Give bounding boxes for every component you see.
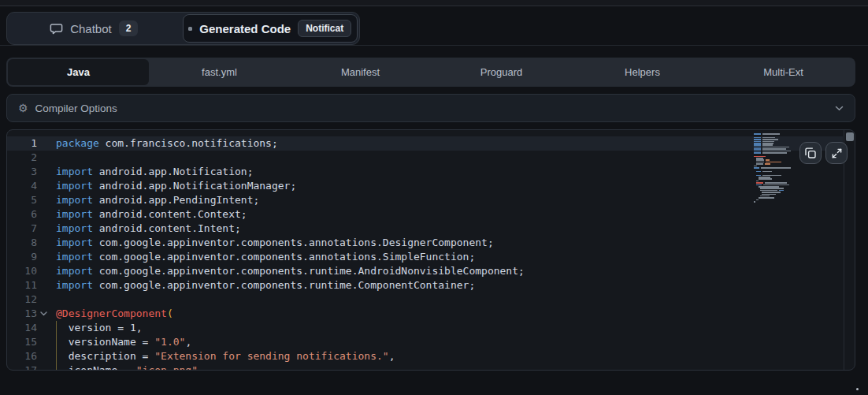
minimap-segment (762, 148, 786, 150)
code-editor: 1package com.francisco.notifications;23i… (6, 129, 855, 371)
minimap-segment (754, 201, 755, 203)
minimap-line (754, 156, 799, 158)
code-line: 6import android.content.Context; (7, 207, 843, 222)
code-line: 4import android.app.NotificationManager; (7, 179, 843, 193)
code-line: 11import com.google.appinventor.componen… (7, 278, 843, 293)
code-text: import com.google.appinventor.components… (50, 250, 475, 264)
extension-name-badge: Notificat (298, 20, 351, 37)
file-tab-java[interactable]: Java (8, 59, 149, 85)
minimap-segment (762, 171, 772, 173)
dot-icon (188, 27, 192, 31)
code-line: 2 (7, 151, 843, 165)
minimap-segment (766, 162, 781, 163)
code-text: description = "Extension for sending not… (50, 349, 395, 363)
minimap-segment (754, 167, 759, 169)
minimap-segment (762, 194, 776, 196)
minimap-segment (759, 186, 779, 188)
line-number: 15 (7, 335, 37, 349)
code-line: 8import com.google.appinventor.component… (7, 236, 843, 250)
file-tab-manifest[interactable]: Manifest (290, 59, 431, 85)
code-line: 12 (7, 293, 843, 307)
minimap-segment (756, 199, 759, 201)
code-line: 3import android.app.Notification; (7, 165, 843, 179)
code-line: 16 description = "Extension for sending … (7, 349, 843, 363)
minimap-segment (754, 143, 761, 144)
minimap-line (754, 186, 799, 188)
minimap-segment (756, 175, 761, 177)
expand-code-button[interactable] (825, 142, 848, 164)
minimap-segment (756, 158, 763, 159)
gutter-space (37, 321, 50, 335)
minimap-line (754, 194, 799, 196)
minimap-line (754, 197, 799, 199)
minimap-segment (766, 159, 770, 161)
file-tab-proguard[interactable]: Proguard (431, 59, 572, 85)
minimap-line (754, 169, 799, 170)
compiler-options-header[interactable]: ⚙ Compiler Options (6, 94, 855, 122)
line-number: 3 (7, 165, 37, 179)
scrollbar-thumb[interactable] (846, 132, 854, 141)
minimap-segment (760, 190, 777, 192)
fold-chevron-icon[interactable] (37, 307, 50, 321)
code-line: 13@DesignerComponent( (7, 307, 843, 321)
line-number: 4 (7, 179, 37, 193)
minimap-segment (762, 192, 781, 193)
minimap-segment (762, 175, 781, 177)
minimap-line (754, 177, 799, 178)
compiler-options-label: Compiler Options (35, 102, 117, 114)
tab-generated-code-label: Generated Code (199, 22, 291, 35)
stray-dot (856, 388, 859, 390)
code-minimap[interactable] (754, 133, 799, 204)
code-text: @DesignerComponent( (50, 307, 173, 321)
editor-scrollbar[interactable] (844, 130, 855, 370)
minimap-segment (754, 137, 761, 139)
minimap-line (754, 178, 799, 180)
chevron-down-icon[interactable] (835, 106, 844, 111)
header-tab-bar: Chatbot 2 Generated Code Notificat (6, 12, 360, 45)
minimap-segment (765, 163, 770, 165)
chat-bubble-icon (50, 22, 63, 35)
gutter-space (37, 293, 50, 307)
code-line: 10import com.google.appinventor.componen… (7, 264, 843, 278)
minimap-segment (756, 182, 763, 184)
minimap-segment (762, 151, 791, 152)
minimap-segment (762, 139, 778, 140)
minimap-line (754, 196, 799, 197)
minimap-segment (779, 190, 784, 192)
minimap-segment (754, 139, 761, 140)
line-number: 12 (7, 293, 37, 307)
minimap-line (754, 154, 799, 155)
code-line: 7import android.content.Intent; (7, 222, 843, 236)
code-text (50, 151, 56, 165)
gutter-space (37, 165, 50, 179)
minimap-segment (760, 196, 770, 197)
tab-chatbot[interactable]: Chatbot 2 (7, 13, 181, 44)
minimap-line (754, 182, 799, 184)
line-number: 6 (7, 207, 37, 222)
gutter-space (37, 207, 50, 222)
code-line: 9import com.google.appinventor.component… (7, 250, 843, 264)
code-text (50, 293, 56, 307)
code-text: import com.google.appinventor.components… (50, 236, 494, 250)
line-number: 2 (7, 151, 37, 165)
minimap-line (754, 175, 799, 177)
minimap-segment (762, 137, 775, 139)
minimap-line (754, 143, 799, 144)
code-text: version = 1, (50, 321, 143, 335)
tab-chatbot-label: Chatbot (70, 22, 112, 35)
minimap-segment (762, 152, 787, 154)
code-text: import com.google.appinventor.components… (50, 278, 475, 293)
minimap-segment (762, 143, 773, 144)
code-text: versionName = "1.0", (50, 335, 191, 349)
file-tab-fast-yml[interactable]: fast.yml (149, 59, 290, 85)
code-line: 17 iconName = "icon.png" (7, 363, 843, 371)
code-text: import android.content.Context; (50, 207, 247, 222)
minimap-segment (756, 184, 762, 186)
line-number: 17 (7, 363, 37, 371)
file-tab-helpers[interactable]: Helpers (572, 59, 713, 85)
minimap-line (754, 192, 799, 193)
copy-code-button[interactable] (799, 142, 822, 164)
minimap-segment (759, 197, 774, 199)
tab-generated-code[interactable]: Generated Code Notificat (183, 14, 358, 43)
file-tab-multi-ext[interactable]: Multi-Ext (713, 59, 854, 85)
